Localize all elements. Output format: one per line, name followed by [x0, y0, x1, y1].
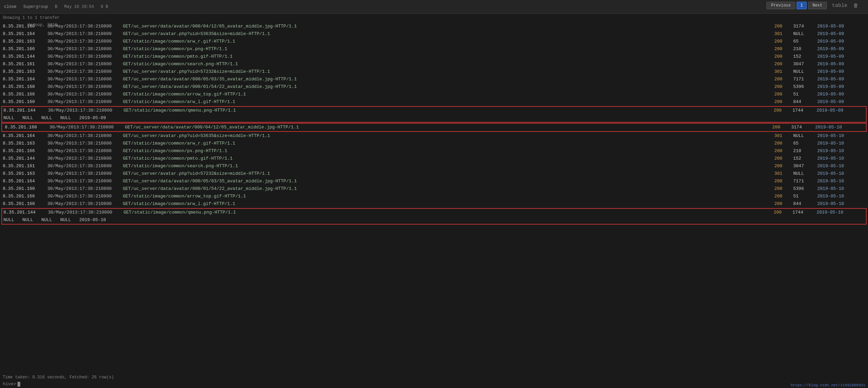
- col-status: 200: [774, 45, 793, 53]
- null-val-1: NULL: [3, 216, 14, 224]
- col-status: 200: [774, 83, 793, 91]
- col-status: 200: [774, 76, 793, 83]
- col-size: 5396: [793, 83, 817, 91]
- col-logdate: 2019-05-09: [817, 76, 865, 83]
- trash-icon[interactable]: 🗑: [853, 3, 858, 9]
- col-logdate: 2019-05-09: [817, 83, 865, 91]
- col-size: 65: [793, 140, 817, 147]
- col-logdate: 2019-05-10: [817, 193, 865, 200]
- table-row: 8.35.201.164 30/May/2013:17:38:210800 GE…: [0, 76, 868, 83]
- col-status: 200: [774, 193, 793, 200]
- col-ip: 8.35.201.164: [3, 178, 47, 185]
- col-logdate: 2019-05-09: [817, 53, 865, 60]
- col-ip: 8.35.201.160: [5, 124, 49, 131]
- col-date: 30/May/2013:17:38:210800: [47, 23, 123, 30]
- col-ip: 8.35.201.144: [3, 107, 48, 114]
- col-date: 30/May/2013:17:38:210800: [47, 68, 123, 76]
- col-request: GET/uc_server/avatar.php?uid=53635&size=…: [123, 30, 774, 38]
- col-logdate: 2019-05-10: [817, 185, 865, 193]
- col-ip: 8.35.201.164: [3, 30, 47, 38]
- col-ip: 8.35.201.164: [3, 132, 47, 140]
- col-request: GET/static/image/common/pmto.gif-HTTP/1.…: [123, 155, 774, 162]
- col-ip: 8.35.201.166: [3, 45, 47, 53]
- col-logdate: 2019-05-10: [817, 178, 865, 185]
- col-date: 30/May/2013:17:38:210800: [48, 107, 124, 114]
- col-logdate: 2019-05-09: [817, 30, 865, 38]
- null-val-1: NULL: [3, 114, 14, 122]
- col-status: 200: [774, 91, 793, 98]
- col-request: GET/uc_server/data/avatar/000/01/54/22_a…: [123, 83, 774, 91]
- next-button[interactable]: Next: [808, 2, 827, 9]
- col-logdate: 2019-05-09: [817, 23, 865, 30]
- col-logdate: 2019-05-10: [817, 200, 865, 208]
- col-date: 30/May/2013:17:38:210800: [47, 200, 123, 208]
- col-date: 30/May/2013:17:38:210800: [47, 38, 123, 45]
- col-ip: 8.35.201.166: [3, 193, 47, 200]
- col-logdate: 2019-05-09: [817, 45, 865, 53]
- col-ip: 8.35.201.166: [3, 91, 47, 98]
- col-ip: 8.35.201.144: [3, 53, 47, 60]
- col-request: GET/static/image/common/px.png-HTTP/1.1: [123, 147, 774, 155]
- table-row: 8.35.201.163 30/May/2013:17:38:210800 GE…: [0, 140, 868, 147]
- col-date: 30/May/2013:17:38:210800: [47, 170, 123, 178]
- col-status: 200: [774, 200, 793, 208]
- col-logdate: 2019-05-10: [815, 124, 863, 131]
- col-date: 30/May/2013:17:38:210800: [49, 124, 125, 131]
- table-row: 8.35.201.163 30/May/2013:17:38:210800 GE…: [0, 68, 868, 76]
- col-date: 30/May/2013:17:38:210800: [47, 91, 123, 98]
- col-request: GET/uc_server/avatar.php?uid=53635&size=…: [123, 132, 774, 140]
- col-status: 200: [774, 147, 793, 155]
- table-icon[interactable]: table: [832, 3, 847, 9]
- col-size: 210: [793, 45, 817, 53]
- prompt-label: hive>: [3, 381, 16, 387]
- col-request: GET/uc_server/avatar.php?uid=57232&size=…: [123, 68, 774, 76]
- col-request: GET/uc_server/data/avatar/000/05/83/35_a…: [123, 76, 774, 83]
- col-size: 844: [793, 98, 817, 106]
- col-request: GET/uc_server/avatar.php?uid=57232&size=…: [123, 170, 774, 178]
- page-number-button[interactable]: 1: [797, 2, 807, 9]
- table-row: 8.35.201.166 30/May/2013:17:38:210800 GE…: [0, 91, 868, 98]
- col-logdate: 2019-05-10: [817, 162, 865, 170]
- col-logdate: 2019-05-09: [817, 107, 865, 114]
- col-size: 3047: [793, 162, 817, 170]
- col-date: 30/May/2013:17:38:210800: [47, 193, 123, 200]
- supergroup-label: Supergroup: [23, 4, 48, 9]
- data-table: 8.35.201.160 30/May/2013:17:38:210800 GE…: [0, 23, 868, 225]
- table-row: 8.35.201.161 30/May/2013:17:38:210800 GE…: [0, 162, 868, 170]
- table-row: 8.35.201.166 30/May/2013:17:38:210800 GE…: [0, 147, 868, 155]
- col-ip: 8.35.201.144: [3, 209, 48, 216]
- col-status: 200: [774, 162, 793, 170]
- col-status: 200: [774, 38, 793, 45]
- col-request: GET/static/image/common/qmenu.png-HTTP/1…: [124, 107, 774, 114]
- null-val-3: NULL: [41, 114, 52, 122]
- col-size: 1744: [793, 209, 817, 216]
- col-size: 844: [793, 200, 817, 208]
- table-row: 8.35.201.160 30/May/2013:17:38:210800 GE…: [0, 98, 868, 106]
- col-date: 30/May/2013:17:38:210800: [47, 155, 123, 162]
- col-logdate: 2019-05-09: [817, 91, 865, 98]
- col-status: 200: [774, 23, 793, 30]
- col-status: 200: [772, 124, 791, 131]
- col-status: 200: [774, 185, 793, 193]
- col-status: 200: [774, 140, 793, 147]
- col-ip: 8.35.201.163: [3, 68, 47, 76]
- url-text: https://blog.csdn.net/zi592886931: [790, 383, 865, 387]
- col-ip: 8.35.201.160: [3, 185, 47, 193]
- col-date: 30/May/2013:17:38:210800: [47, 140, 123, 147]
- table-row: 8.35.201.144 30/May/2013:17:38:210800 GE…: [0, 155, 868, 162]
- col-ip: 8.35.201.163: [3, 170, 47, 178]
- null-date-1: 2019-05-09: [79, 114, 106, 122]
- close-button[interactable]: close: [4, 4, 16, 9]
- col-logdate: 2019-05-10: [817, 209, 865, 216]
- table-row: 8.35.201.160 30/May/2013:17:38:210800 GE…: [0, 200, 868, 208]
- table-row: 8.35.201.166 30/May/2013:17:38:210800 GE…: [0, 45, 868, 53]
- hadoop-label: Hadoop, 2018: [27, 23, 57, 27]
- table-row: 8.35.201.163 30/May/2013:17:38:210800 GE…: [0, 38, 868, 45]
- col-ip: 8.35.201.166: [3, 147, 47, 155]
- toolbar: close Supergroup B May 10 19:54 0 B Prev…: [0, 0, 868, 14]
- previous-button[interactable]: Previous: [766, 2, 795, 9]
- date-label: May 10 19:54: [64, 4, 94, 9]
- hive-prompt[interactable]: hive>: [0, 381, 23, 387]
- table-row: 8.35.201.144 30/May/2013:17:38:210800 GE…: [2, 209, 866, 216]
- col-size: 51: [793, 193, 817, 200]
